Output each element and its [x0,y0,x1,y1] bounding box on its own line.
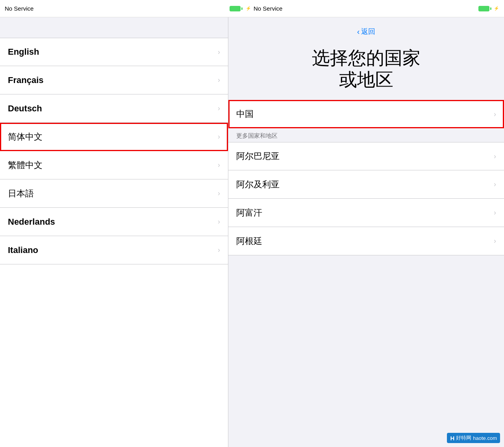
language-label-7: Italiano [8,245,38,255]
watermark-url: haote.com [473,435,497,441]
battery-cap-center [241,7,243,10]
chevron-right-icon-2: › [218,104,220,113]
language-label-4: 繁體中文 [8,159,43,171]
language-label-3: 简体中文 [8,131,43,143]
country-list: 中国›更多国家和地区阿尔巴尼亚›阿尔及利亚›阿富汗›阿根廷› [228,100,504,447]
chevron-right-icon-0: › [218,48,220,56]
battery-body-center [230,6,241,11]
chevron-right-icon-1: › [218,76,220,84]
country-chevron-more-1: › [494,180,496,188]
back-chevron-icon: ‹ [357,28,360,35]
status-left: No Service [5,5,33,12]
country-chevron-more-0: › [494,152,496,161]
language-item-7[interactable]: Italiano› [0,236,228,264]
left-back-placeholder [0,17,228,38]
country-label-more-0: 阿尔巴尼亚 [236,150,280,162]
back-label: 返回 [361,27,375,36]
chevron-right-icon-3: › [218,133,220,141]
country-label-more-2: 阿富汗 [236,207,262,219]
chevron-right-icon-4: › [218,161,220,169]
language-label-2: Deutsch [8,103,42,114]
country-label-more-3: 阿根廷 [236,235,262,247]
country-chevron-more-2: › [494,209,496,217]
country-label-featured-0: 中国 [236,108,254,120]
main-content: English›Français›Deutsch›简体中文›繁體中文›日本語›N… [0,17,504,447]
language-label-0: English [8,47,39,57]
language-item-6[interactable]: Nederlands› [0,208,228,236]
watermark: H 好特网 haote.com [447,433,500,443]
language-item-1[interactable]: Français› [0,66,228,94]
language-label-6: Nederlands [8,217,55,227]
right-top: ‹ 返回 选择您的国家或地区 [228,17,504,100]
battery-cap-right [490,7,491,10]
watermark-icon: H [450,435,454,441]
language-label-5: 日本語 [8,188,34,199]
battery-body-right [478,6,489,11]
status-right: ⚡ [478,6,499,11]
left-panel: English›Français›Deutsch›简体中文›繁體中文›日本語›N… [0,17,228,447]
back-row: ‹ 返回 [228,17,504,39]
watermark-text: 好特网 [456,434,471,441]
language-item-3[interactable]: 简体中文› [0,123,228,151]
language-item-0[interactable]: English› [0,38,228,66]
country-item-more-0[interactable]: 阿尔巴尼亚› [228,142,504,170]
country-item-more-1[interactable]: 阿尔及利亚› [228,170,504,199]
right-panel: ‹ 返回 选择您的国家或地区 中国›更多国家和地区阿尔巴尼亚›阿尔及利亚›阿富汗… [228,17,504,447]
status-center: ⚡ No Service [230,5,282,12]
country-chevron-featured-0: › [494,110,496,118]
status-bar: No Service ⚡ No Service ⚡ [0,0,504,17]
bolt-right: ⚡ [494,6,499,11]
chevron-right-icon-5: › [218,189,220,198]
language-list: English›Français›Deutsch›简体中文›繁體中文›日本語›N… [0,38,228,447]
back-button[interactable]: ‹ 返回 [351,24,382,39]
no-service-center: No Service [254,5,282,12]
country-item-more-2[interactable]: 阿富汗› [228,199,504,227]
bolt-center: ⚡ [246,6,251,11]
chevron-right-icon-6: › [218,218,220,226]
more-countries-label: 更多国家和地区 [228,128,504,142]
country-label-more-1: 阿尔及利亚 [236,179,280,190]
chevron-right-icon-7: › [218,246,220,254]
country-chevron-more-3: › [494,237,496,245]
language-item-2[interactable]: Deutsch› [0,94,228,123]
page-title: 选择您的国家或地区 [300,39,432,100]
language-item-5[interactable]: 日本語› [0,179,228,208]
language-label-1: Français [8,75,44,85]
language-item-4[interactable]: 繁體中文› [0,151,228,179]
battery-icon-right [478,6,491,11]
country-item-featured-0[interactable]: 中国› [228,100,504,128]
no-service-left: No Service [5,5,33,12]
country-item-more-3[interactable]: 阿根廷› [228,227,504,255]
battery-icon-center [230,6,243,11]
